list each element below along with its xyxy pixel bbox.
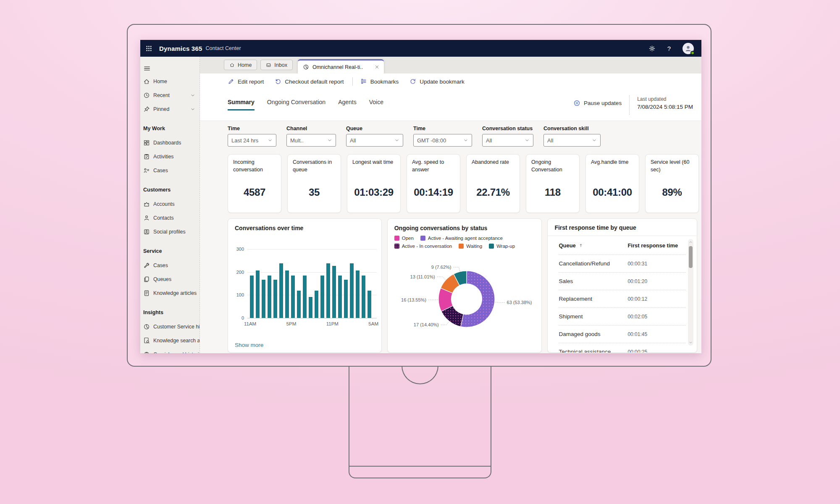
report-donut-icon <box>303 64 309 70</box>
pause-updates-button[interactable]: Pause updates <box>573 100 622 107</box>
app-header: Dynamics 365 Contact Center ? <box>140 40 701 57</box>
tab-home[interactable]: Home <box>224 60 257 70</box>
checkout-default-report-button[interactable]: Checkout default report <box>275 78 344 85</box>
filter-dropdown[interactable]: All <box>482 134 533 147</box>
table-scrollbar[interactable] <box>688 239 693 346</box>
refresh-icon <box>410 78 416 85</box>
filter-value: All <box>486 137 492 144</box>
bar[interactable] <box>268 276 271 318</box>
legend-label: Waiting <box>466 244 482 249</box>
legend-item-wrap-up[interactable]: Wrap-up <box>489 244 515 249</box>
chevron-down-icon[interactable] <box>190 93 195 98</box>
kpi-title: Incoming conversation <box>233 159 276 173</box>
inbox-icon <box>266 62 271 68</box>
donut-legend: OpenActive - Awaiting agent acceptanceAc… <box>394 236 535 249</box>
sidebar-item-contacts[interactable]: Contacts <box>143 211 200 225</box>
tab-inbox[interactable]: Inbox <box>260 60 293 70</box>
update-bookmark-button[interactable]: Update bookmark <box>410 78 465 85</box>
filter-dropdown[interactable]: Last 24 hrs <box>228 134 276 147</box>
filter-time-0: Time Last 24 hrs <box>228 126 276 154</box>
filter-dropdown[interactable]: All <box>543 134 601 147</box>
app-brand: Dynamics 365 <box>159 45 202 52</box>
bar[interactable] <box>368 291 371 318</box>
sidebar-item-queues[interactable]: Queues <box>143 272 200 286</box>
sidebar-item-cases[interactable]: Cases <box>143 163 200 177</box>
sidebar-item-pinned[interactable]: Pinned <box>143 102 200 116</box>
report-tab-voice[interactable]: Voice <box>369 99 383 109</box>
report-tab-agents[interactable]: Agents <box>338 99 357 109</box>
scrollbar-thumb[interactable] <box>689 246 693 268</box>
table-row[interactable]: Sales 00:01:20 <box>559 272 686 290</box>
sidebar-item-cases[interactable]: Cases <box>143 258 200 272</box>
bar[interactable] <box>315 291 318 318</box>
legend-swatch <box>394 244 399 249</box>
legend-item-active-in-conversation[interactable]: Active - In conversation <box>394 244 452 249</box>
close-icon[interactable] <box>374 64 380 70</box>
bar[interactable] <box>250 276 254 318</box>
show-more-link[interactable]: Show more <box>235 342 263 348</box>
report-tab-ongoing-conversation[interactable]: Ongoing Conversation <box>267 99 326 109</box>
pin-icon <box>143 106 150 113</box>
report-tab-summary[interactable]: Summary <box>228 99 255 110</box>
filter-dropdown[interactable]: Mult.. <box>286 134 336 147</box>
sidebar-toggle-icon[interactable] <box>143 60 151 74</box>
bar[interactable] <box>320 276 324 318</box>
sidebar-item-dashboards[interactable]: Dashboards <box>143 136 200 150</box>
table-row[interactable]: Replacement 00:00:12 <box>559 290 686 307</box>
table-row[interactable]: Cancellation/Refund 00:00:31 <box>559 255 686 272</box>
filter-dropdown[interactable]: GMT -08:00 <box>413 134 472 147</box>
bar[interactable] <box>350 263 354 318</box>
bar[interactable] <box>332 266 336 318</box>
sidebar-item-accounts[interactable]: Accounts <box>143 197 200 211</box>
bar[interactable] <box>356 270 360 318</box>
sidebar-item-home[interactable]: Home <box>143 74 200 88</box>
settings-gear-icon[interactable] <box>648 45 656 52</box>
bar[interactable] <box>291 276 295 318</box>
column-header-queue[interactable]: Queue <box>559 242 627 249</box>
legend-item-waiting[interactable]: Waiting <box>459 244 482 249</box>
edit-report-button[interactable]: Edit report <box>228 78 264 85</box>
chevron-down-icon <box>394 138 399 143</box>
bar[interactable] <box>338 276 342 318</box>
filter-dropdown[interactable]: All <box>346 134 403 147</box>
bar[interactable] <box>344 280 348 318</box>
sidebar-item-social-profiles[interactable]: Social profiles <box>143 225 200 239</box>
sidebar-item-knowledge-search-an[interactable]: Knowledge search an.. <box>143 333 200 347</box>
table-row[interactable]: Technical assistance 00:00:25 <box>559 343 686 353</box>
bar[interactable] <box>326 263 330 318</box>
callout-label: 13 (11.01%) <box>410 274 435 279</box>
bar[interactable] <box>279 263 283 318</box>
bar[interactable] <box>256 270 260 318</box>
home-icon <box>229 62 235 68</box>
help-icon[interactable]: ? <box>667 45 672 52</box>
scroll-down-icon[interactable] <box>689 341 693 344</box>
bar[interactable] <box>285 270 289 318</box>
table-row[interactable]: Damaged goods 00:01:45 <box>559 325 686 343</box>
sort-ascending-icon <box>578 243 583 248</box>
scroll-up-icon[interactable] <box>689 240 693 244</box>
sidebar-item-omnichannel-histori[interactable]: Omnichannel histori.. <box>143 347 200 353</box>
queue-cell: Shipment <box>559 313 627 320</box>
waffle-menu-icon[interactable] <box>145 45 152 52</box>
sidebar-item-label: Activities <box>153 154 174 160</box>
chevron-down-icon[interactable] <box>190 107 195 112</box>
sidebar-item-customer-service-his[interactable]: Customer Service his... <box>143 320 200 333</box>
legend-item-open[interactable]: Open <box>394 236 414 241</box>
bar[interactable] <box>273 280 277 318</box>
legend-item-active-awaiting-agent-acceptance[interactable]: Active - Awaiting agent acceptance <box>420 236 503 241</box>
session-tab-strip: Home Inbox Omnichannel Real-ti.. <box>200 57 701 74</box>
tab-omnichannel-realtime[interactable]: Omnichannel Real-ti.. <box>298 59 384 74</box>
bar[interactable] <box>297 291 301 318</box>
sidebar-item-recent[interactable]: Recent <box>143 88 200 102</box>
user-avatar[interactable] <box>682 43 694 54</box>
table-row[interactable]: Shipment 00:02:05 <box>559 307 686 325</box>
bookmarks-button[interactable]: Bookmarks <box>360 78 399 85</box>
bar[interactable] <box>309 297 312 318</box>
bar[interactable] <box>303 276 307 318</box>
bar[interactable] <box>262 280 265 318</box>
column-header-first-response-time[interactable]: First response time <box>627 242 678 249</box>
bar[interactable] <box>362 276 365 318</box>
sidebar-item-knowledge-articles[interactable]: Knowledge articles <box>143 286 200 300</box>
kpi-value: 89% <box>646 186 698 198</box>
sidebar-item-activities[interactable]: Activities <box>143 150 200 163</box>
